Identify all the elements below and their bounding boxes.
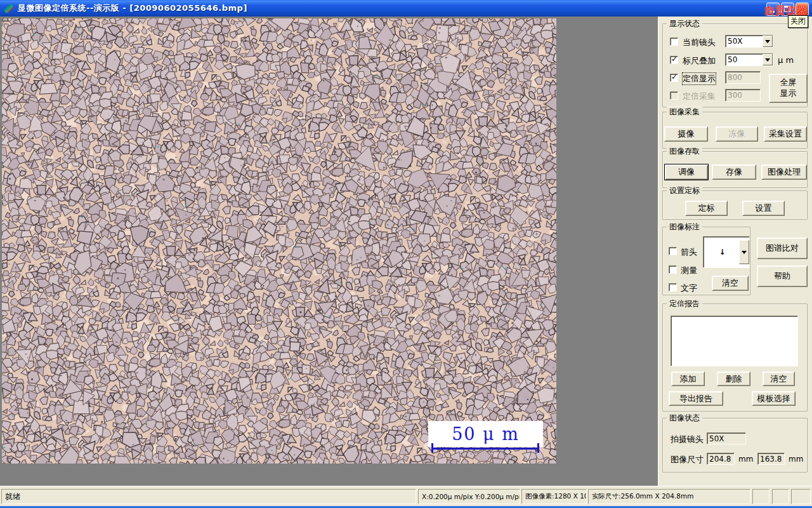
fixed-capture-checkbox <box>670 91 678 100</box>
fixed-display-label: 定倍显示 <box>683 73 716 84</box>
fixed-capture-label: 定倍采集 <box>683 91 716 102</box>
image-size-label: 图像尺寸 <box>671 454 704 465</box>
micrograph-image[interactable] <box>2 18 556 464</box>
image-height-unit: mm <box>789 455 803 464</box>
close-tooltip: 关闭 <box>788 15 808 28</box>
measure-checkbox[interactable] <box>669 265 677 274</box>
report-template-button[interactable]: 模板选择 <box>752 391 796 406</box>
image-width-unit: mm <box>738 455 753 464</box>
group-calibration: 设置定标 定标 设置 <box>662 190 808 220</box>
ruler-overlay-checkbox[interactable] <box>670 56 678 64</box>
measure-label: 测量 <box>681 265 697 276</box>
text-checkbox[interactable] <box>669 283 677 291</box>
fullscreen-button-line1: 全屏 <box>780 77 797 88</box>
load-image-button[interactable]: 调像 <box>664 164 709 180</box>
current-lens-select[interactable]: 50X <box>725 35 773 48</box>
group-report: 定倍报告 添加 删除 清空 导出报告 模板选择 <box>662 304 808 411</box>
ruler-size-select[interactable]: 50 <box>725 53 773 66</box>
current-lens-value: 50X <box>726 37 763 46</box>
ruler-overlay-label: 标尺叠加 <box>683 55 716 67</box>
client-area: 50 μ m 显示状态 当前镜头 50X 标尺叠加 50 <box>0 17 812 486</box>
window-title: 显微图像定倍系统--演示版 - [20090602055646.bmp] <box>18 3 247 14</box>
group-image-capture: 图像采集 摄像 冻像 采集设置 <box>662 112 808 149</box>
report-clear-button[interactable]: 清空 <box>763 371 795 386</box>
group-annotation: 图像标注 箭头 测量 文字 ↓ 清空 <box>662 227 750 295</box>
annotation-clear-button[interactable]: 清空 <box>712 276 749 291</box>
help-button[interactable]: 帮助 <box>757 265 808 287</box>
fixed-display-input: 800 <box>725 71 761 84</box>
chevron-down-icon[interactable] <box>739 240 749 264</box>
status-pane-extra1 <box>752 489 769 504</box>
group-display-status-title: 显示状态 <box>667 18 702 29</box>
capture-settings-button[interactable]: 采集设置 <box>764 126 807 142</box>
save-image-button[interactable]: 存像 <box>712 164 756 180</box>
scale-bar-label: 50 μ m <box>452 424 520 444</box>
app-icon <box>3 3 15 14</box>
image-process-button[interactable]: 图像处理 <box>761 164 807 180</box>
report-delete-button[interactable]: 删除 <box>717 371 750 386</box>
report-listbox[interactable] <box>671 316 798 366</box>
ruler-size-value: 50 <box>726 55 763 64</box>
down-arrow-icon: ↓ <box>704 248 739 256</box>
scale-bar-tick-left <box>431 443 433 453</box>
arrow-style-select[interactable]: ↓ <box>703 236 750 268</box>
calibrate-button[interactable]: 定标 <box>685 201 728 216</box>
chevron-down-icon[interactable] <box>763 54 773 65</box>
atlas-compare-button[interactable]: 图谱比对 <box>757 237 808 259</box>
status-bar: 就绪 X:0.200μ m/pix Y:0.200μ m/pix 图像像素:12… <box>0 486 812 506</box>
group-report-title: 定倍报告 <box>667 298 702 309</box>
report-add-button[interactable]: 添加 <box>671 371 705 386</box>
status-ready: 就绪 <box>1 489 416 504</box>
group-image-storage: 图像存取 调像 存像 图像处理 <box>662 151 808 188</box>
group-image-status-title: 图像状态 <box>667 413 702 424</box>
fixed-capture-input: 300 <box>725 89 761 102</box>
status-actual-size: 实际尺寸:256.0mm X 204.8mm <box>588 489 750 504</box>
chevron-down-icon[interactable] <box>763 36 773 47</box>
status-pane-extra2 <box>772 489 789 504</box>
shoot-lens-label: 拍摄镜头 <box>671 434 704 445</box>
fullscreen-button-line2: 显示 <box>780 88 797 99</box>
arrow-checkbox[interactable] <box>669 247 677 255</box>
camera-button[interactable]: 摄像 <box>664 126 708 142</box>
status-pane-extra3 <box>791 489 811 504</box>
app-window: 显微图像定倍系统--演示版 - [20090602055646.bmp] ✕ 自… <box>0 0 812 508</box>
image-height-value: 163.8 <box>757 453 785 465</box>
scale-bar-label-box: 50 μ m <box>428 421 543 447</box>
current-lens-checkbox[interactable] <box>670 37 678 46</box>
group-calibration-title: 设置定标 <box>667 185 702 196</box>
fixed-display-checkbox[interactable] <box>670 74 678 82</box>
ruler-unit-label: μ m <box>778 55 794 65</box>
text-label: 文字 <box>681 283 697 294</box>
control-panel: 显示状态 当前镜头 50X 标尺叠加 50 μ m 定倍显示 800 定倍采 <box>658 17 812 486</box>
group-image-status: 图像状态 拍摄镜头 50X 图像尺寸 204.8 mm 163.8 mm <box>662 418 808 472</box>
group-image-storage-title: 图像存取 <box>667 146 702 157</box>
fullscreen-button[interactable]: 全屏 显示 <box>769 74 808 103</box>
status-scale: X:0.200μ m/pix Y:0.200μ m/pix <box>418 489 520 504</box>
group-annotation-title: 图像标注 <box>667 222 702 232</box>
report-export-button[interactable]: 导出报告 <box>669 391 723 406</box>
arrow-label: 箭头 <box>681 246 697 258</box>
group-display-status: 显示状态 当前镜头 50X 标尺叠加 50 μ m 定倍显示 800 定倍采 <box>662 23 808 107</box>
settings-button[interactable]: 设置 <box>742 201 785 216</box>
image-width-value: 204.8 <box>707 453 735 465</box>
title-bar[interactable]: 显微图像定倍系统--演示版 - [20090602055646.bmp] ✕ <box>0 0 812 17</box>
scale-bar-line <box>431 448 539 450</box>
group-image-capture-title: 图像采集 <box>667 107 702 117</box>
current-lens-label: 当前镜头 <box>683 37 716 48</box>
status-pixels: 图像像素:1280 X 1024 <box>521 489 587 504</box>
freeze-button: 冻像 <box>716 126 758 142</box>
shoot-lens-value: 50X <box>707 432 746 444</box>
scale-bar-tick-right <box>537 443 539 453</box>
